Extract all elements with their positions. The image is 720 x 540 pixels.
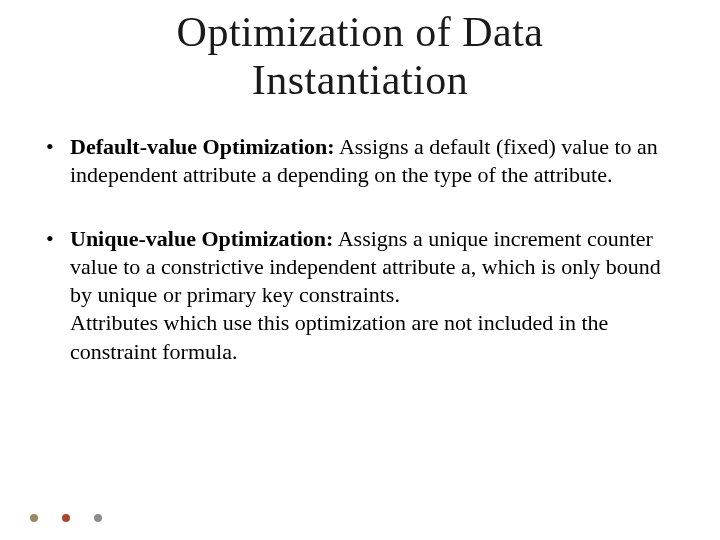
title-line-1: Optimization of Data — [177, 9, 544, 55]
slide: Optimization of Data Instantiation Defau… — [0, 0, 720, 540]
dot-icon — [62, 514, 70, 522]
bullet-list: Default-value Optimization: Assigns a de… — [40, 133, 680, 366]
dot-icon — [94, 514, 102, 522]
bullet-extra: Attributes which use this optimization a… — [70, 310, 608, 363]
decorative-dots — [30, 514, 102, 522]
bullet-term: Unique-value Optimization: — [70, 226, 333, 251]
slide-title: Optimization of Data Instantiation — [0, 0, 720, 105]
dot-icon — [30, 514, 38, 522]
bullet-item-default-value: Default-value Optimization: Assigns a de… — [40, 133, 680, 189]
slide-body: Default-value Optimization: Assigns a de… — [0, 105, 720, 366]
title-line-2: Instantiation — [252, 57, 468, 103]
bullet-item-unique-value: Unique-value Optimization: Assigns a uni… — [40, 225, 680, 366]
bullet-term: Default-value Optimization: — [70, 134, 335, 159]
